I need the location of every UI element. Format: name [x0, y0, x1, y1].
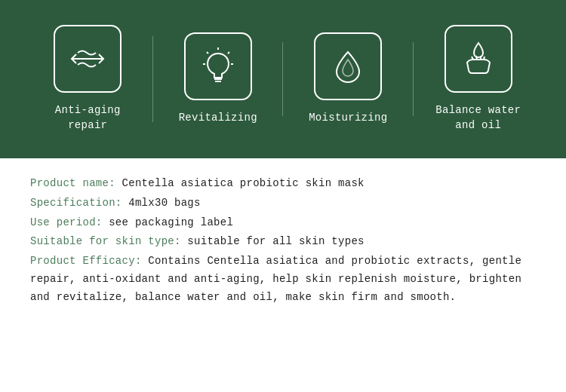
svg-line-11: [484, 57, 484, 60]
feature-moisturizing: Moisturizing: [283, 32, 414, 126]
use-period-row: Use period: see packaging label: [30, 214, 536, 232]
feature-anti-aging: Anti-aging repair: [23, 25, 153, 133]
hand-drop-icon: [458, 38, 499, 79]
skin-type-value: suitable for all skin types: [187, 235, 364, 247]
features-section: Anti-aging repair Revitalizing: [0, 0, 566, 158]
drop-icon: [328, 46, 368, 87]
bulb-icon: [198, 46, 238, 87]
specification-label: Specification:: [30, 197, 122, 209]
use-period-label: Use period:: [30, 216, 103, 228]
product-name-value: Centella asiatica probiotic skin mask: [122, 177, 365, 189]
svg-line-5: [207, 52, 208, 54]
balance-icon-box: [444, 25, 512, 93]
moisturizing-label: Moisturizing: [309, 111, 387, 126]
skin-type-label: Suitable for skin type:: [30, 235, 181, 247]
revitalizing-icon-box: [184, 32, 252, 100]
anti-aging-icon-box: [54, 25, 122, 93]
svg-line-9: [476, 56, 477, 60]
feature-revitalizing: Revitalizing: [153, 32, 284, 126]
skin-type-row: Suitable for skin type: suitable for all…: [30, 233, 536, 251]
svg-line-4: [228, 52, 229, 54]
anti-aging-label: Anti-aging repair: [55, 103, 121, 133]
product-name-row: Product name: Centella asiatica probioti…: [30, 175, 536, 193]
balance-label: Balance water and oil: [435, 103, 521, 133]
product-info-section: Product name: Centella asiatica probioti…: [0, 158, 566, 323]
use-period-value: see packaging label: [109, 216, 233, 228]
product-name-label: Product name:: [30, 177, 115, 189]
revitalizing-label: Revitalizing: [179, 111, 257, 126]
feature-balance: Balance water and oil: [414, 25, 544, 133]
specification-row: Specification: 4mlx30 bags: [30, 194, 536, 213]
efficacy-label: Product Efficacy:: [30, 255, 142, 267]
specification-value: 4mlx30 bags: [128, 197, 201, 209]
waves-icon: [67, 38, 108, 79]
efficacy-row: Product Efficacy: Contains Centella asia…: [30, 253, 536, 306]
moisturizing-icon-box: [314, 32, 382, 100]
